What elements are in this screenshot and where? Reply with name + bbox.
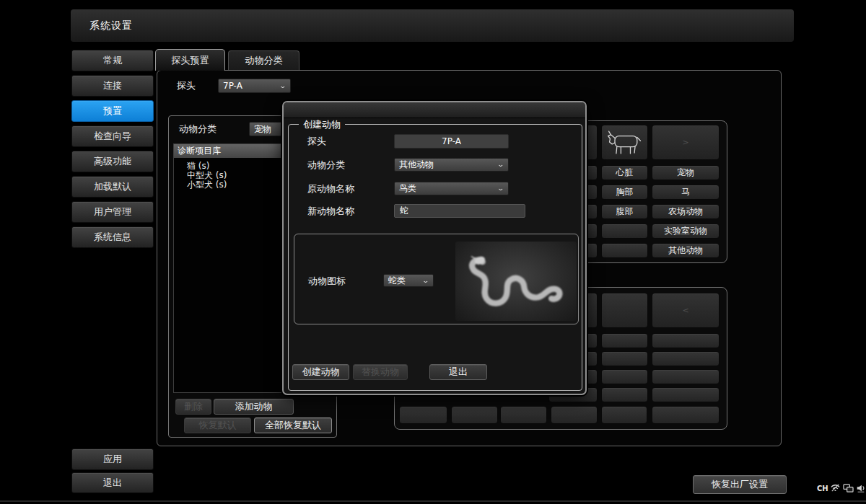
blank-button[interactable] <box>652 369 720 384</box>
delete-animal-button[interactable]: 删除 <box>175 399 211 415</box>
add-animal-button[interactable]: 添加动物 <box>214 399 294 415</box>
dialog-replace-button[interactable]: 替换动物 <box>353 364 408 380</box>
blank-button[interactable] <box>601 333 648 348</box>
blank-button[interactable] <box>601 369 648 384</box>
blank-button[interactable] <box>652 333 720 348</box>
body-part-chest-button[interactable]: 胸部 <box>601 185 648 200</box>
diagnostic-library-header: 诊断项目库 <box>174 144 285 158</box>
dialog-legend: 创建动物 <box>299 118 345 131</box>
dual-screen-icon <box>843 483 854 493</box>
probe-select-value: 7P-A <box>223 81 242 91</box>
sidebar-item-general[interactable]: 常规 <box>71 50 154 71</box>
dialog-category-value: 其他动物 <box>399 159 434 171</box>
dialog-create-button[interactable]: 创建动物 <box>292 364 349 380</box>
dialog-new-name-input[interactable] <box>394 204 525 218</box>
chevron-down-icon: ⌄ <box>279 83 287 89</box>
dialog-category-label: 动物分类 <box>307 158 345 172</box>
sidebar-item-advanced[interactable]: 高级功能 <box>71 151 154 172</box>
sidebar-item-user-management[interactable]: 用户管理 <box>71 201 154 223</box>
dialog-exit-button[interactable]: 退出 <box>429 364 487 380</box>
dialog-icon-select[interactable]: 蛇类 ⌄ <box>383 274 434 287</box>
screen-edge-divider <box>0 500 866 502</box>
sidebar-item-connection[interactable]: 连接 <box>71 75 154 97</box>
sidebar-item-preset[interactable]: 预置 <box>71 100 154 122</box>
animal-icon-box: 动物图标 蛇类 ⌄ <box>294 234 579 324</box>
animal-category-select-value: 宠物 <box>254 123 271 136</box>
blank-icon-button[interactable] <box>601 293 648 328</box>
animal-class-other-button[interactable]: 其他动物 <box>652 243 720 258</box>
diagnostic-library-list: 诊断项目库 猫 (s) 中型犬 (s) 小型犬 (s) <box>173 143 286 393</box>
chevron-down-icon: ⌄ <box>497 162 505 168</box>
window-titlebar: 系统设置 <box>71 9 794 42</box>
list-item[interactable]: 小型犬 (s) <box>174 180 285 190</box>
dialog-source-name-label: 原动物名称 <box>307 182 354 195</box>
animal-class-lab-button[interactable]: 实验室动物 <box>652 224 720 239</box>
tab-probe-preset[interactable]: 探头预置 <box>155 49 225 71</box>
animal-class-pet-button[interactable]: 宠物 <box>652 165 720 180</box>
animal-class-horse-button[interactable]: 马 <box>652 185 720 200</box>
speaker-icon <box>856 483 866 493</box>
sidebar-item-system-info[interactable]: 系统信息 <box>71 226 154 248</box>
page-title: 系统设置 <box>89 19 133 32</box>
blank-button[interactable] <box>652 406 720 424</box>
dialog-category-select[interactable]: 其他动物 ⌄ <box>394 158 509 172</box>
restore-all-default-button[interactable]: 全部恢复默认 <box>254 417 332 433</box>
factory-reset-button[interactable]: 恢复出厂设置 <box>693 475 787 494</box>
animal-icon-preview <box>455 242 577 321</box>
dialog-icon-label: 动物图标 <box>308 275 346 288</box>
probe-label: 探头 <box>177 79 196 93</box>
create-animal-dialog: 创建动物 探头 7P-A 动物分类 其他动物 ⌄ 原动物名称 鸟类 ⌄ 新动物名… <box>282 101 587 395</box>
dialog-new-name-label: 新动物名称 <box>307 204 354 218</box>
blank-button[interactable] <box>652 351 720 366</box>
tab-animal-category[interactable]: 动物分类 <box>228 50 299 70</box>
cow-icon-button[interactable] <box>601 125 648 160</box>
blank-button[interactable] <box>601 387 648 402</box>
blank-button[interactable] <box>601 351 648 366</box>
dialog-titlebar[interactable] <box>284 102 585 118</box>
probe-select[interactable]: 7P-A ⌄ <box>218 79 291 93</box>
blank-button[interactable] <box>451 406 498 424</box>
animal-category-title: 动物分类 <box>179 122 216 136</box>
apply-button[interactable]: 应用 <box>71 448 154 470</box>
less-animals-button[interactable]: < <box>652 293 720 328</box>
dialog-probe-value: 7P-A <box>394 134 509 149</box>
snake-image <box>458 244 574 318</box>
sidebar-item-exam-wizard[interactable]: 检查向导 <box>71 125 154 147</box>
cow-icon <box>605 128 645 157</box>
body-part-heart-button[interactable]: 心脏 <box>601 165 648 180</box>
blank-button[interactable] <box>601 224 648 239</box>
blank-button[interactable] <box>500 406 547 424</box>
restore-default-button[interactable]: 恢复默认 <box>184 417 251 433</box>
dialog-source-name-select[interactable]: 鸟类 ⌄ <box>394 182 509 195</box>
sidebar-item-load-default[interactable]: 加载默认 <box>71 176 154 198</box>
more-animals-button[interactable]: > <box>652 125 720 160</box>
language-indicator: CH <box>817 485 828 492</box>
animal-class-farm-button[interactable]: 农场动物 <box>652 204 720 219</box>
chevron-down-icon: ⌄ <box>422 278 430 284</box>
exit-button[interactable]: 退出 <box>71 472 154 493</box>
blank-button[interactable] <box>399 406 447 424</box>
blank-button[interactable] <box>652 387 720 402</box>
chevron-down-icon: ⌄ <box>497 185 505 192</box>
dialog-probe-label: 探头 <box>307 134 326 149</box>
network-icon <box>830 482 841 493</box>
dialog-source-name-value: 鸟类 <box>399 182 416 195</box>
body-part-abdomen-button[interactable]: 腹部 <box>601 204 648 219</box>
blank-button[interactable] <box>551 406 598 424</box>
dialog-icon-value: 蛇类 <box>388 275 406 287</box>
blank-button[interactable] <box>601 406 647 424</box>
blank-button[interactable] <box>601 243 648 258</box>
